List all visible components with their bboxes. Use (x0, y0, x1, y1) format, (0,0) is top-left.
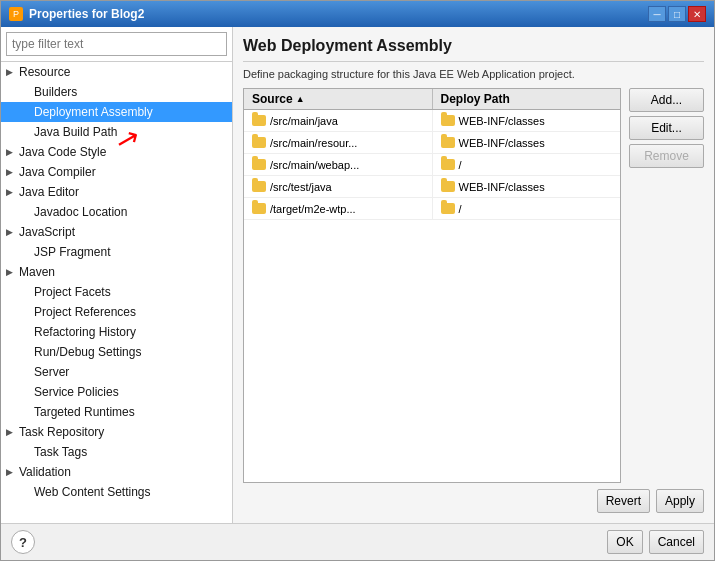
title-bar-left: P Properties for Blog2 (9, 7, 144, 21)
folder-icon (441, 137, 455, 148)
action-buttons: Add... Edit... Remove (629, 88, 704, 483)
tree-item[interactable]: Server (1, 362, 232, 382)
tree-arrow-icon: ▶ (6, 227, 16, 237)
deploy-path-text: WEB-INF/classes (459, 115, 545, 127)
bottom-bar: Revert Apply (243, 483, 704, 513)
tree-item[interactable]: JSP Fragment (1, 242, 232, 262)
folder-icon (252, 203, 266, 214)
window-icon: P (9, 7, 23, 21)
left-panel: ▶ResourceBuildersDeployment AssemblyJava… (1, 27, 233, 523)
tree-item[interactable]: ▶Java Editor (1, 182, 232, 202)
deploy-path-column-header: Deploy Path (433, 89, 621, 109)
maximize-button[interactable]: □ (668, 6, 686, 22)
deploy-path-cell: / (433, 198, 621, 219)
table-row[interactable]: /src/main/webap.../ (244, 154, 620, 176)
tree-item[interactable]: Service Policies (1, 382, 232, 402)
tree-item[interactable]: ▶Resource (1, 62, 232, 82)
tree-item[interactable]: ▶Maven (1, 262, 232, 282)
tree-item-label: Deployment Assembly (34, 105, 153, 119)
tree-item[interactable]: ▶Java Code Style (1, 142, 232, 162)
tree-item[interactable]: Refactoring History (1, 322, 232, 342)
footer: ? OK Cancel (1, 523, 714, 560)
folder-icon (441, 115, 455, 126)
tree-item-label: Targeted Runtimes (34, 405, 135, 419)
tree-item-label: Project References (34, 305, 136, 319)
source-cell: /src/main/java (244, 110, 433, 131)
folder-icon (252, 137, 266, 148)
tree-item-label: JSP Fragment (34, 245, 110, 259)
cancel-button[interactable]: Cancel (649, 530, 704, 554)
panel-title: Web Deployment Assembly (243, 37, 704, 62)
tree-container: ▶ResourceBuildersDeployment AssemblyJava… (1, 62, 232, 523)
ok-button[interactable]: OK (607, 530, 642, 554)
tree-item-label: JavaScript (19, 225, 75, 239)
title-controls: ─ □ ✕ (648, 6, 706, 22)
sort-arrow-icon: ▲ (296, 94, 305, 104)
tree-item[interactable]: Project Facets (1, 282, 232, 302)
tree-item-label: Task Tags (34, 445, 87, 459)
deploy-path-cell: WEB-INF/classes (433, 176, 621, 197)
table-row[interactable]: /src/test/javaWEB-INF/classes (244, 176, 620, 198)
deploy-path-text: / (459, 159, 462, 171)
folder-icon (441, 203, 455, 214)
tree-item-label: Java Code Style (19, 145, 106, 159)
tree-item[interactable]: Task Tags (1, 442, 232, 462)
source-cell: /src/test/java (244, 176, 433, 197)
close-button[interactable]: ✕ (688, 6, 706, 22)
assembly-table: Source ▲ Deploy Path /src/main/javaWEB-I… (243, 88, 621, 483)
tree-item-label: Web Content Settings (34, 485, 151, 499)
tree-item-label: Run/Debug Settings (34, 345, 141, 359)
source-cell: /src/main/webap... (244, 154, 433, 175)
deploy-path-cell: / (433, 154, 621, 175)
tree-arrow-icon: ▶ (6, 267, 16, 277)
help-button[interactable]: ? (11, 530, 35, 554)
table-header: Source ▲ Deploy Path (244, 89, 620, 110)
source-text: /src/main/webap... (270, 159, 359, 171)
tree-item-label: Java Build Path (34, 125, 117, 139)
tree-arrow-icon: ▶ (6, 167, 16, 177)
tree-item[interactable]: Builders (1, 82, 232, 102)
tree-item[interactable]: ▶Validation (1, 462, 232, 482)
tree-arrow-icon: ▶ (6, 147, 16, 157)
source-text: /src/main/java (270, 115, 338, 127)
tree-item[interactable]: Run/Debug Settings (1, 342, 232, 362)
source-cell: /target/m2e-wtp... (244, 198, 433, 219)
edit-button[interactable]: Edit... (629, 116, 704, 140)
remove-button[interactable]: Remove (629, 144, 704, 168)
tree-item[interactable]: Deployment Assembly (1, 102, 232, 122)
panel-description: Define packaging structure for this Java… (243, 68, 704, 80)
tree-item[interactable]: ▶Java Compiler (1, 162, 232, 182)
table-row[interactable]: /src/main/resour...WEB-INF/classes (244, 132, 620, 154)
tree-item-label: Task Repository (19, 425, 104, 439)
source-cell: /src/main/resour... (244, 132, 433, 153)
source-column-header: Source ▲ (244, 89, 433, 109)
minimize-button[interactable]: ─ (648, 6, 666, 22)
ok-cancel-buttons: OK Cancel (607, 530, 704, 554)
tree-item[interactable]: Project References (1, 302, 232, 322)
apply-button[interactable]: Apply (656, 489, 704, 513)
tree-item[interactable]: Javadoc Location (1, 202, 232, 222)
main-window: P Properties for Blog2 ─ □ ✕ ↗ ▶Resource… (0, 0, 715, 561)
tree-item[interactable]: Web Content Settings (1, 482, 232, 502)
folder-icon (252, 115, 266, 126)
revert-button[interactable]: Revert (597, 489, 650, 513)
window-title: Properties for Blog2 (29, 7, 144, 21)
tree-item-label: Refactoring History (34, 325, 136, 339)
source-text: /target/m2e-wtp... (270, 203, 356, 215)
tree-item-label: Javadoc Location (34, 205, 127, 219)
tree-item[interactable]: Targeted Runtimes (1, 402, 232, 422)
tree-item[interactable]: ▶JavaScript (1, 222, 232, 242)
tree-item-label: Service Policies (34, 385, 119, 399)
filter-input[interactable] (6, 32, 227, 56)
deploy-path-text: WEB-INF/classes (459, 137, 545, 149)
tree-item[interactable]: ▶Task Repository (1, 422, 232, 442)
add-button[interactable]: Add... (629, 88, 704, 112)
main-content: ↗ ▶ResourceBuildersDeployment AssemblyJa… (1, 27, 714, 523)
table-row[interactable]: /src/main/javaWEB-INF/classes (244, 110, 620, 132)
table-row[interactable]: /target/m2e-wtp.../ (244, 198, 620, 220)
tree-arrow-icon: ▶ (6, 427, 16, 437)
folder-icon (441, 159, 455, 170)
deploy-path-text: WEB-INF/classes (459, 181, 545, 193)
tree-item[interactable]: Java Build Path (1, 122, 232, 142)
tree-arrow-icon: ▶ (6, 67, 16, 77)
